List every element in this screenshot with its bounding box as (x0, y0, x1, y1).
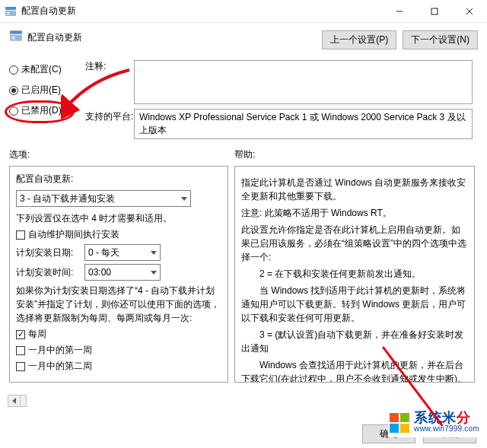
titlebar: 配置自动更新 (0, 0, 487, 23)
options-panel[interactable]: 配置自动更新: 3 - 自动下载并通知安装 下列设置仅在选中 4 时才需要和适用… (9, 166, 228, 383)
checkbox-every-week[interactable]: 每周 (16, 328, 221, 341)
radio-label: 已启用(E) (21, 84, 61, 97)
svg-rect-3 (7, 14, 10, 14)
meta-column: 注释: 支持的平台: Windows XP Professional Servi… (85, 60, 478, 139)
chevron-down-icon (151, 271, 157, 275)
install-time-label: 计划安装时间: (16, 266, 80, 279)
content-area: 配置自动更新 上一个设置(P) 下一个设置(N) 未配置(C) 已启用(E) (0, 23, 487, 383)
dialog-footer-buttons: 确定 取消 (362, 424, 476, 443)
next-setting-button[interactable]: 下一个设置(N) (403, 30, 478, 49)
brand-name: 系统米分 (414, 411, 479, 425)
radio-label: 未配置(C) (21, 63, 62, 76)
checkbox-icon (16, 330, 25, 339)
supported-on-label: 支持的平台: (85, 109, 134, 139)
scroll-left-arrow-icon (8, 396, 21, 406)
radio-disabled[interactable]: 已禁用(D) (9, 104, 85, 117)
svg-rect-10 (11, 37, 15, 37)
svg-rect-2 (7, 12, 10, 13)
checkbox-first-week[interactable]: 一月中的第一周 (16, 344, 221, 357)
comment-textarea[interactable] (134, 60, 473, 104)
install-time-row: 计划安装时间: 03:00 (16, 264, 221, 281)
configure-auto-updates-label: 配置自动更新: (16, 173, 221, 186)
mode4-note: 下列设置仅在选中 4 时才需要和适用。 (16, 211, 221, 225)
help-p5: 当 Windows 找到适用于此计算机的更新时，系统将通知用户可以下载更新。转到… (241, 284, 468, 325)
minimize-button[interactable] (382, 0, 417, 22)
cancel-button[interactable]: 取消 (423, 424, 476, 443)
radio-not-configured[interactable]: 未配置(C) (9, 63, 85, 76)
checkbox-label: 一月中的第一周 (28, 344, 92, 357)
install-day-select[interactable]: 0 - 每天 (84, 244, 161, 261)
help-p3: 此设置允许你指定是否在此计算机上启用自动更新。如果已启用该服务，必须在“组策略设… (241, 223, 468, 264)
checkbox-label: 自动维护期间执行安装 (28, 228, 119, 241)
header-row: 配置自动更新 上一个设置(P) 下一个设置(N) (9, 29, 478, 49)
maximize-button[interactable] (417, 0, 452, 22)
select-value: 0 - 每天 (88, 246, 119, 259)
install-day-label: 计划安装日期: (16, 246, 80, 259)
chevron-down-icon (181, 197, 187, 201)
radio-enabled[interactable]: 已启用(E) (9, 84, 85, 97)
comment-label: 注释: (85, 60, 134, 107)
close-button[interactable] (452, 0, 487, 22)
help-p7: Windows 会查找适用于此计算机的更新，并在后台下载它们(在此过程中，用户不… (241, 358, 468, 383)
policy-icon (9, 29, 23, 46)
update-mode-select[interactable]: 3 - 自动下载并通知安装 (16, 190, 191, 207)
window-root: 配置自动更新 配置自动更新 上一个设置(P) 下一个设置(N) (0, 0, 487, 448)
options-label: 选项: (9, 148, 234, 161)
horizontal-scrollbar-stub[interactable] (8, 395, 27, 407)
dialog-header: 配置自动更新 (9, 29, 82, 46)
select-value: 3 - 自动下载并通知安装 (20, 192, 115, 205)
svg-rect-5 (431, 8, 438, 14)
help-label: 帮助: (234, 148, 255, 161)
help-p4: 2 = 在下载和安装任何更新前发出通知。 (241, 267, 468, 281)
radio-icon (9, 106, 18, 116)
help-panel[interactable]: 指定此计算机是否通过 Windows 自动更新服务来接收安全更新和其他重要下载。… (234, 166, 475, 383)
checkbox-label: 每周 (28, 328, 46, 341)
dialog-title: 配置自动更新 (27, 31, 82, 44)
help-p1: 指定此计算机是否通过 Windows 自动更新服务来接收安全更新和其他重要下载。 (241, 176, 468, 203)
svg-rect-0 (5, 7, 16, 10)
policy-icon (5, 5, 17, 17)
svg-rect-1 (5, 11, 16, 16)
checkbox-icon (16, 346, 25, 355)
chevron-down-icon (151, 251, 157, 255)
svg-rect-11 (11, 38, 15, 39)
install-time-select[interactable]: 03:00 (84, 264, 161, 281)
previous-setting-button[interactable]: 上一个设置(P) (322, 30, 396, 49)
checkbox-label: 一月中的第二周 (28, 360, 92, 373)
ok-button[interactable]: 确定 (362, 424, 415, 443)
help-p6: 3 = (默认设置)自动下载更新，并在准备好安装时发出通知 (241, 328, 468, 355)
radio-icon (9, 86, 18, 95)
select-value: 03:00 (88, 267, 111, 278)
panel-labels: 选项: 帮助: (9, 148, 478, 161)
radio-icon (9, 65, 18, 75)
setting-nav-buttons: 上一个设置(P) 下一个设置(N) (322, 30, 478, 49)
checkbox-icon (16, 230, 25, 240)
install-day-row: 计划安装日期: 0 - 每天 (16, 244, 221, 261)
radio-label: 已禁用(D) (21, 104, 62, 117)
checkbox-icon (16, 362, 25, 371)
window-buttons (382, 0, 487, 22)
help-p2: 注意: 此策略不适用于 Windows RT。 (241, 206, 468, 220)
checkbox-maintenance-install[interactable]: 自动维护期间执行安装 (16, 228, 221, 241)
checkbox-second-week[interactable]: 一月中的第二周 (16, 360, 221, 373)
window-title: 配置自动更新 (21, 5, 382, 17)
state-and-meta: 未配置(C) 已启用(E) 已禁用(D) 注释: 支持的平台: (9, 60, 478, 139)
panels: 配置自动更新: 3 - 自动下载并通知安装 下列设置仅在选中 4 时才需要和适用… (9, 166, 478, 383)
svg-rect-8 (10, 30, 22, 34)
mode4-description: 如果你为计划安装日期选择了“4 - 自动下载并计划安装”并指定了计划，则你还可以… (16, 284, 221, 325)
state-radio-group: 未配置(C) 已启用(E) 已禁用(D) (9, 60, 85, 139)
svg-rect-9 (10, 35, 22, 41)
supported-on-text: Windows XP Professional Service Pack 1 或… (134, 109, 473, 139)
